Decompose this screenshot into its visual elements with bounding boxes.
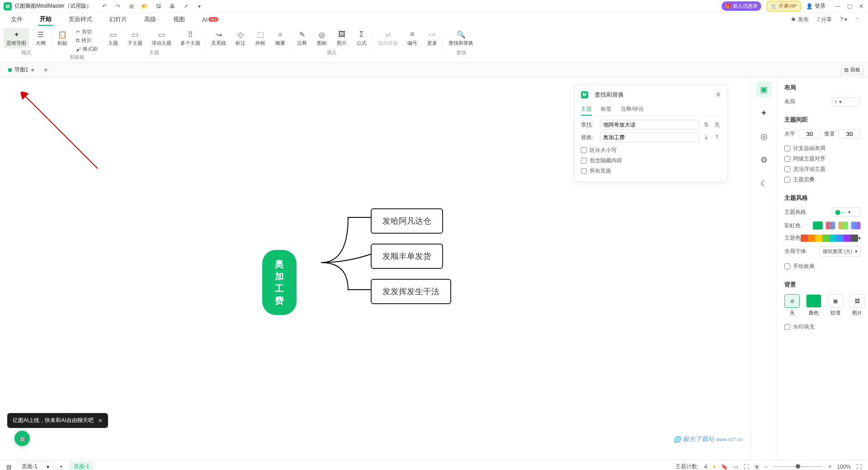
paste-button[interactable]: 📋粘贴 [54, 28, 71, 53]
canvas[interactable]: 奥加工费 发哈阿凡达仓 发顺丰单发货 发发挥发生干法 M 查找和替换 ✕ 主题 … [0, 77, 750, 460]
topic-node-3[interactable]: 发发挥发生干法 [371, 279, 451, 304]
document-tab[interactable]: 导图1 [5, 64, 38, 75]
bookmark-icon[interactable]: 🔖 [721, 464, 728, 470]
rainbow-swatch-2[interactable] [826, 221, 835, 230]
find-close-button[interactable]: ✕ [715, 90, 721, 99]
minimize-icon[interactable]: — [835, 3, 841, 9]
bg-none[interactable]: ⊘无 [784, 294, 800, 316]
share-button[interactable]: ⤴ 分享 [817, 16, 832, 24]
topic-button[interactable]: ▭主题 [105, 28, 121, 48]
panel-toggle[interactable]: ▥ 面板 [841, 65, 863, 75]
open-vip-badge[interactable]: 🛒 开通VIP [767, 1, 801, 11]
menu-view[interactable]: 视图 [171, 14, 187, 25]
login-button[interactable]: 👤 登录 [806, 2, 826, 10]
bg-color[interactable]: 颜色 [806, 294, 821, 316]
zoom-slider[interactable] [773, 466, 823, 467]
menu-pagestyle[interactable]: 页面样式 [67, 14, 94, 25]
floating-topic-button[interactable]: ▭浮动主题 [149, 28, 174, 48]
page-list-icon[interactable]: ▤ [6, 464, 11, 470]
mindmap-mode-button[interactable]: ✦思维导图 [4, 28, 29, 48]
find-next-icon[interactable]: ⇅ [702, 121, 710, 129]
find-input[interactable] [600, 120, 699, 130]
panel-style-icon[interactable]: ✦ [756, 105, 772, 121]
layout-select[interactable]: ⊦ ▾ [832, 97, 861, 107]
summary-button[interactable]: ⟐概要 [272, 28, 288, 48]
maximize-icon[interactable]: ▢ [846, 3, 853, 9]
format-brush-button[interactable]: 🖌 格式刷 [74, 45, 99, 53]
hspace-input[interactable] [798, 129, 821, 139]
find-none[interactable]: 无 [713, 121, 721, 129]
add-page-button[interactable]: + [60, 464, 63, 470]
twoway-link-button[interactable]: ⇄双向链接 [375, 28, 401, 48]
zoom-out-icon[interactable]: − [764, 464, 768, 470]
open-icon[interactable]: 📂 [142, 3, 149, 9]
copy-button[interactable]: ⧉ 拷贝 [74, 37, 99, 44]
color-more-icon[interactable]: ▾ [858, 235, 861, 241]
chk-handdrawn[interactable]: 手绘效果 [784, 261, 861, 272]
menu-advanced[interactable]: 高级 [142, 14, 158, 25]
chk-stack[interactable]: 主题层叠 [784, 174, 861, 185]
multi-topic-button[interactable]: ⠿多个主题 [178, 28, 203, 48]
rainbow-swatch-3[interactable] [838, 221, 848, 230]
close-window-icon[interactable]: ✕ [858, 3, 864, 9]
replace-one-icon[interactable]: ⤓ [702, 133, 710, 141]
presentation-icon[interactable]: ▭ [733, 464, 738, 470]
panel-marker-icon[interactable]: ◎ [756, 129, 772, 144]
image-button[interactable]: 🖼图片 [334, 28, 350, 48]
outline-mode-button[interactable]: ☰大纲 [33, 28, 49, 48]
menu-ai[interactable]: AIHot [200, 14, 220, 25]
panel-gear-icon[interactable]: ⚙ [756, 152, 772, 168]
ai-toast-close-icon[interactable]: ✕ [98, 418, 103, 424]
boundary-button[interactable]: ⬚外框 [252, 28, 269, 48]
chk-hidden[interactable]: 包含隐藏内容 [581, 155, 721, 166]
publish-button[interactable]: ◈ 发布 [791, 16, 808, 24]
find-tab-note[interactable]: 注释/评论 [621, 103, 644, 116]
replace-all-icon[interactable]: ⤒ [713, 133, 721, 141]
theme-color-strip[interactable] [801, 235, 858, 242]
chk-float[interactable]: 灵活浮动主题 [784, 164, 861, 174]
chk-allpages[interactable]: 所有页面 [581, 166, 721, 176]
bg-image[interactable]: 🖼图片 [849, 294, 865, 316]
fullscreen-icon[interactable]: ⛶ [856, 464, 862, 470]
heart-icon[interactable]: ♥ [712, 464, 716, 470]
font-select[interactable]: 微软雅黑 (大) ▾ [820, 246, 861, 257]
zoom-in-icon[interactable]: + [828, 464, 831, 470]
export-icon[interactable]: ↗ [182, 3, 189, 9]
menu-file[interactable]: 文件 [9, 14, 24, 25]
focus-icon[interactable]: ⊕ [755, 464, 759, 470]
chk-free-layout[interactable]: 分支自由布局 [784, 143, 861, 154]
chk-case[interactable]: 区分大小写 [581, 145, 721, 155]
menu-slideshow[interactable]: 幻灯片 [108, 14, 129, 25]
bg-texture[interactable]: ▦纹理 [828, 294, 843, 316]
page-select[interactable]: 页面-1▾ [18, 461, 53, 470]
panel-moon-icon[interactable]: ☾ [756, 176, 772, 191]
ai-assistant-button[interactable]: 🤖 [14, 431, 30, 446]
find-tab-tag[interactable]: 标签 [601, 103, 612, 116]
callout-button[interactable]: ◇标注 [232, 28, 249, 48]
chk-watermark[interactable]: 水印填充 [784, 322, 861, 332]
style-select[interactable]: ⬤— ▾ [832, 207, 861, 217]
find-replace-button[interactable]: 🔍查找和替换 [446, 28, 476, 48]
subtopic-button[interactable]: ▭子主题 [125, 28, 145, 48]
cut-button[interactable]: ✂ 剪切 [74, 28, 99, 36]
save-icon[interactable]: 🖫 [155, 3, 162, 9]
add-tab-button[interactable]: + [41, 66, 51, 74]
page-tab[interactable]: 页面-1 [69, 461, 94, 470]
marker-button[interactable]: ◎图标 [314, 28, 330, 48]
numbering-button[interactable]: ≡编号 [404, 28, 420, 48]
help-icon[interactable]: ? ▾ [840, 16, 847, 23]
collapse-ribbon-icon[interactable]: ⌃ [855, 17, 859, 22]
replace-input[interactable] [600, 132, 699, 142]
redo-icon[interactable]: ↷ [114, 3, 122, 9]
topic-node-2[interactable]: 发顺丰单发货 [371, 244, 443, 269]
find-tab-topic[interactable]: 主题 [581, 103, 592, 116]
qat-more-icon[interactable]: ▾ [196, 3, 203, 9]
menu-home[interactable]: 开始 [38, 13, 53, 26]
chk-align[interactable]: 同级主题对齐 [784, 154, 861, 164]
fit-icon[interactable]: ⛶ [744, 464, 749, 470]
central-topic[interactable]: 奥加工费 [262, 250, 297, 315]
new-icon[interactable]: ⊞ [128, 3, 135, 9]
undo-icon[interactable]: ↶ [101, 3, 108, 9]
vspace-input[interactable] [838, 129, 861, 139]
panel-layout-icon[interactable]: ▣ [756, 82, 772, 97]
